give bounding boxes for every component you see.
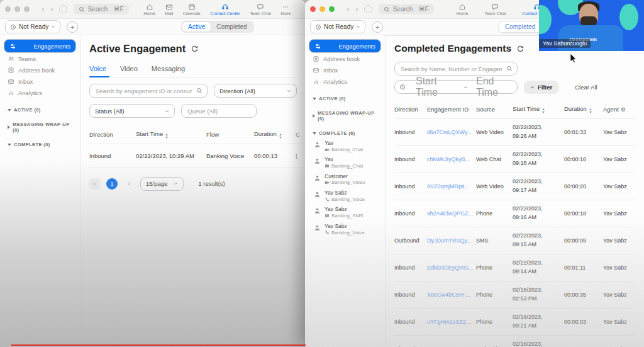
sidebar-item-address-book[interactable]: Address book xyxy=(4,65,76,76)
next-page-button[interactable]: › xyxy=(123,178,135,190)
history-icon[interactable] xyxy=(364,5,372,13)
engagement-id-link[interactable]: 9VZ0qmjMRpit... xyxy=(427,183,476,190)
sidebar-item-inbox[interactable]: Inbox xyxy=(4,76,76,87)
tab-calendar[interactable]: Calendar xyxy=(183,3,201,16)
new-engagement-button[interactable]: + xyxy=(67,21,78,33)
table-row[interactable]: Inbound 9VZ0qmjMRpit... Web Video 02/22/… xyxy=(394,173,635,200)
completed-search-input[interactable] xyxy=(399,65,503,73)
engagement-id-link[interactable]: X0eCw4bCSH-... xyxy=(427,292,476,298)
table-row[interactable]: Inbound QOpcpEGSSoK... Web Video 02/16/2… xyxy=(394,336,635,347)
tab-video[interactable]: Video xyxy=(120,65,138,72)
tab-home[interactable]: Home xyxy=(143,3,155,16)
col-duration[interactable]: Duration xyxy=(254,130,296,139)
engagement-search-field[interactable] xyxy=(89,84,208,98)
table-row[interactable]: Inbound EdkD3CEyQmG... Phone 02/22/2023,… xyxy=(394,254,635,282)
engagement-id-link[interactable]: DyJDumTRSQy... xyxy=(427,237,476,244)
table-row[interactable]: Outbound DyJDumTRSQy... SMS 02/22/2023,0… xyxy=(394,227,635,254)
section-messaging-wrap-up[interactable]: MESSAGING WRAP-UP (0) xyxy=(313,110,379,122)
inbox-icon xyxy=(313,67,319,74)
complete-item[interactable]: Yav Sabz Banking_Voice xyxy=(314,224,380,236)
section-complete[interactable]: COMPLETE (0) xyxy=(8,142,74,147)
sidebar-item-analytics[interactable]: Analytics xyxy=(309,76,381,87)
forward-button[interactable]: › xyxy=(47,4,56,14)
section-messaging-wrap-up[interactable]: MESSAGING WRAP-UP (0) xyxy=(8,122,74,133)
engagement-id-link[interactable]: EdkD3CEyQmG... xyxy=(427,265,476,271)
section-complete[interactable]: COMPLETE (6) xyxy=(313,130,379,136)
segment-completed[interactable]: Completed xyxy=(211,22,252,31)
person-icon xyxy=(314,174,321,181)
complete-item[interactable]: Yav Sabz Banking_SMS xyxy=(314,207,380,219)
direction-filter-select[interactable]: Direction (All) xyxy=(214,84,297,98)
date-range-picker[interactable]: Start Time - End Time xyxy=(394,80,518,94)
queue-filter-field[interactable] xyxy=(181,104,257,118)
page-size-select[interactable]: 15/page xyxy=(140,177,184,191)
cell-direction: Inbound xyxy=(89,152,136,159)
sidebar-item-inbox[interactable]: Inbox xyxy=(309,65,381,76)
self-view-video[interactable]: zoooooom Yav Sabuncuoglu xyxy=(539,0,644,51)
table-row[interactable]: Inbound uYFgHm2eSZ2... Phone 02/16/2023,… xyxy=(394,309,635,336)
window-completed-engagements: ‹ › Search ⌘F Home Team Chat Cont xyxy=(305,0,644,347)
engagement-id-link[interactable]: chkWkJIyQkyB... xyxy=(427,156,476,162)
table-row[interactable]: Inbound 02/22/2023, 10:29 AM Banking Voi… xyxy=(89,144,306,168)
new-engagement-button[interactable]: + xyxy=(372,21,383,33)
table-row[interactable]: Inbound X0eCw4bCSH-... Phone 02/16/2023,… xyxy=(394,282,635,309)
complete-item[interactable]: Yav Banking_Chat xyxy=(314,140,380,152)
queue-filter-input[interactable] xyxy=(186,107,252,115)
complete-item[interactable]: Yav Banking_Chat xyxy=(314,157,380,169)
tab-contact-center[interactable]: Contact Center xyxy=(211,3,240,16)
tab-voice[interactable]: Voice xyxy=(89,65,106,72)
table-row[interactable]: Inbound tl6o7CmLQXWy... Web Video 02/22/… xyxy=(394,119,635,146)
engagement-id-link[interactable]: uYFgHm2eSZ2... xyxy=(427,319,476,325)
cell-start-time: 02/22/2023, 10:29 AM xyxy=(136,152,206,159)
sidebar-item-engagements[interactable]: Engagements xyxy=(4,39,76,53)
traffic-lights[interactable] xyxy=(310,6,335,12)
sidebar-item-engagements[interactable]: Engagements xyxy=(309,39,381,53)
agent-status-dropdown[interactable]: Not Ready xyxy=(310,20,365,33)
sidebar-item-teams[interactable]: Teams xyxy=(4,54,76,64)
more-icon xyxy=(282,3,289,11)
agent-status-dropdown[interactable]: Not Ready xyxy=(5,20,60,33)
forward-button[interactable]: › xyxy=(352,4,361,14)
history-icon[interactable] xyxy=(59,5,67,13)
search-input[interactable]: Search ⌘F xyxy=(379,4,434,14)
tab-team-chat[interactable]: Team Chat xyxy=(250,3,271,16)
col-start-time[interactable]: Start Time xyxy=(136,130,206,139)
back-button[interactable]: ‹ xyxy=(343,4,352,14)
clear-all-button[interactable]: Clear All xyxy=(575,84,597,91)
table-row[interactable]: Inbound xh2A4ElwQPGZ... Phone 02/22/2023… xyxy=(394,200,635,227)
engagement-id-link[interactable]: tl6o7CmLQXWy... xyxy=(427,129,476,135)
filter-button[interactable]: Filter xyxy=(524,81,558,94)
start-time-placeholder[interactable]: Start Time xyxy=(416,76,455,98)
status-filter-select[interactable]: Status (All) xyxy=(89,104,175,118)
cell-direction: Inbound xyxy=(394,156,427,162)
search-input[interactable]: Search ⌘F xyxy=(74,4,129,14)
complete-item[interactable]: Customer Banking_Video xyxy=(314,174,380,186)
col-duration[interactable]: Duration xyxy=(564,105,603,113)
back-button[interactable]: ‹ xyxy=(38,4,47,14)
engagements-icon xyxy=(314,43,321,50)
section-active[interactable]: ACTIVE (0) xyxy=(8,107,74,113)
section-active[interactable]: ACTIVE (0) xyxy=(313,96,379,101)
segment-active[interactable]: Active xyxy=(182,22,211,31)
sidebar-item-analytics[interactable]: Analytics xyxy=(4,88,76,98)
current-page-button[interactable]: 1 xyxy=(106,178,118,190)
tab-mail[interactable]: Mail xyxy=(165,3,173,16)
col-start-time[interactable]: Start Time xyxy=(513,105,564,113)
engagement-search-input[interactable] xyxy=(94,87,193,95)
segment-completed[interactable]: Completed xyxy=(498,21,542,33)
tab-team-chat[interactable]: Team Chat xyxy=(484,3,506,16)
prev-page-button[interactable]: ‹ xyxy=(89,178,101,190)
refresh-icon[interactable] xyxy=(516,45,525,53)
table-row[interactable]: Inbound chkWkJIyQkyB... Web Chat 02/22/2… xyxy=(394,146,635,173)
column-settings-gear-icon[interactable]: ⚙ xyxy=(621,106,626,113)
traffic-lights[interactable] xyxy=(5,6,30,12)
completed-search-field[interactable] xyxy=(394,62,518,76)
sidebar-item-address-book[interactable]: Address book xyxy=(309,54,381,64)
tab-messaging[interactable]: Messaging xyxy=(152,65,185,72)
refresh-icon[interactable] xyxy=(191,45,199,53)
complete-item[interactable]: Yav Sabz Banking_Voice xyxy=(314,190,380,202)
end-time-placeholder[interactable]: End Time xyxy=(476,76,513,98)
tab-more[interactable]: More xyxy=(281,3,291,16)
tab-home[interactable]: Home xyxy=(457,3,469,16)
engagement-id-link[interactable]: xh2A4ElwQPGZ... xyxy=(427,210,476,217)
